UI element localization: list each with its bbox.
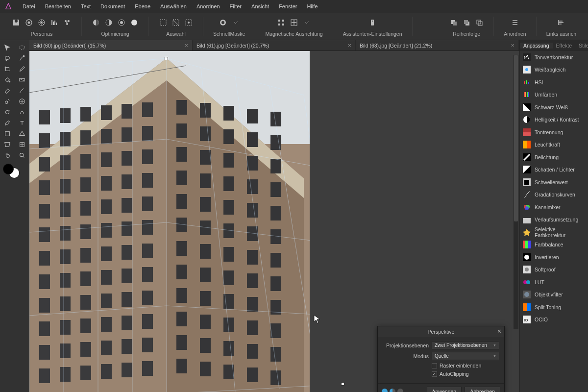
tool-smudge[interactable] <box>15 107 29 118</box>
arrange-icon[interactable] <box>511 18 519 27</box>
persona-photo-icon[interactable] <box>12 18 21 27</box>
perspective-handle[interactable] <box>165 57 168 60</box>
adjustment-softproof[interactable]: Softproof <box>520 264 588 276</box>
menu-anordnen[interactable]: Anordnen <box>192 3 225 9</box>
adjustment-channel[interactable]: Kanalmixer <box>520 201 588 214</box>
tool-dodge[interactable] <box>0 107 15 118</box>
tool-marquee-ellipse[interactable] <box>15 42 29 53</box>
apply-button[interactable]: Anwenden <box>427 387 462 392</box>
adjustment-levels[interactable]: Tonwertkorrektur <box>520 51 588 64</box>
adjustment-lensfilter[interactable]: Objektivfilter <box>520 289 588 301</box>
menu-dokument[interactable]: Dokument <box>96 3 130 9</box>
document-tab[interactable]: Bild (60).jpg [Geändert] (15.7%)× <box>29 40 193 50</box>
adjustment-recolor[interactable]: Umfärben <box>520 89 588 101</box>
adjustment-colorbal[interactable]: Farbbalance <box>520 239 588 251</box>
order-b-icon[interactable] <box>462 18 471 27</box>
tool-hand[interactable] <box>0 150 15 161</box>
assist-icon[interactable] <box>368 18 377 27</box>
adjustment-ocio[interactable]: IOOCIO <box>520 314 588 326</box>
sel-b-icon[interactable] <box>172 18 180 27</box>
menu-text[interactable]: Text <box>76 3 96 9</box>
autoclip-checkbox[interactable]: ✓AutoClipping <box>432 371 499 377</box>
canvas-scrollbar[interactable] <box>514 55 518 329</box>
order-c-icon[interactable] <box>475 18 484 27</box>
opt-a-icon[interactable] <box>92 18 100 27</box>
dialog-titlebar[interactable]: Perspektive × <box>378 326 504 337</box>
tool-mesh[interactable] <box>15 128 29 139</box>
tool-paint[interactable] <box>15 85 29 96</box>
menu-auswählen[interactable]: Auswählen <box>155 3 192 9</box>
tool-gradient[interactable] <box>15 74 29 85</box>
tool-pen[interactable] <box>0 118 15 128</box>
persona-tone-icon[interactable] <box>50 18 59 27</box>
adjustment-wb[interactable]: Weißabgleich <box>520 64 588 76</box>
tool-heal[interactable] <box>15 96 29 107</box>
perspective-handle[interactable] <box>341 382 344 386</box>
opt-b-icon[interactable] <box>104 18 113 27</box>
drop-icon[interactable] <box>302 18 311 27</box>
document-tab[interactable]: Bild (63).jpg [Geändert] (21.2%)× <box>356 40 519 50</box>
adjustment-gradmap[interactable]: Verlaufsumsetzung <box>520 214 588 226</box>
menu-bearbeiten[interactable]: Bearbeiten <box>40 3 76 9</box>
adjustment-exposure[interactable]: Belichtung <box>520 151 588 164</box>
color-swatches[interactable] <box>0 161 29 177</box>
panel-tab-effekte[interactable]: Effekte <box>553 43 576 49</box>
tool-crop[interactable] <box>0 64 15 74</box>
mask-icon[interactable] <box>219 18 227 27</box>
opt-d-icon[interactable] <box>130 18 139 27</box>
document-tab[interactable]: Bild (61).jpg [Geändert] (20.7%)× <box>193 40 356 50</box>
adjustment-hsl[interactable]: HSL <box>520 76 588 89</box>
panel-tab-stile[interactable]: Stile <box>575 43 588 49</box>
menu-ansicht[interactable]: Ansicht <box>246 3 274 9</box>
tool-brush-select[interactable] <box>15 53 29 64</box>
adjustment-bw[interactable]: Schwarz-Weiß <box>520 101 588 114</box>
order-a-icon[interactable] <box>449 18 458 27</box>
tool-flood[interactable] <box>0 74 15 85</box>
menu-fenster[interactable]: Fenster <box>274 3 302 9</box>
tool-liquify[interactable] <box>15 139 29 150</box>
sel-a-icon[interactable] <box>159 18 168 27</box>
snap-a-icon[interactable] <box>277 18 286 27</box>
adjustment-splittone[interactable]: Split Toning <box>520 301 588 314</box>
snap-b-icon[interactable] <box>290 18 298 27</box>
persona-develop-icon[interactable] <box>37 18 46 27</box>
projection-planes-select[interactable]: Zwei Projektionsebenen▼ <box>432 341 499 349</box>
before-after-toggle[interactable] <box>382 389 403 392</box>
drop-icon[interactable] <box>231 18 240 27</box>
adjustment-lut[interactable]: LUT <box>520 276 588 289</box>
menu-filter[interactable]: Filter <box>225 3 246 9</box>
close-icon[interactable]: × <box>497 327 501 335</box>
adjustment-invert[interactable]: Invertieren <box>520 251 588 264</box>
menu-datei[interactable]: Datei <box>18 3 40 9</box>
adjustment-threshold[interactable]: Schwellenwert <box>520 176 588 189</box>
persona-export-icon[interactable] <box>63 18 72 27</box>
close-icon[interactable]: × <box>184 42 188 49</box>
close-icon[interactable]: × <box>511 42 514 49</box>
adjustment-vibrance[interactable]: Leuchtkraft <box>520 139 588 151</box>
adjustment-bc[interactable]: Helligkeit / Kontrast <box>520 114 588 126</box>
align-icon[interactable] <box>557 18 565 27</box>
tool-lasso[interactable] <box>0 53 15 64</box>
opt-c-icon[interactable] <box>117 18 126 27</box>
adjustment-curves[interactable]: Gradationskurven <box>520 189 588 201</box>
tool-zoom[interactable] <box>15 150 29 161</box>
show-grid-checkbox[interactable]: Raster einblenden <box>432 363 499 368</box>
tool-perspective[interactable] <box>0 139 15 150</box>
tool-shape[interactable] <box>0 128 15 139</box>
mode-select[interactable]: Quelle▼ <box>432 352 499 360</box>
close-icon[interactable]: × <box>347 42 351 49</box>
perspective-grid[interactable] <box>29 51 310 392</box>
sel-c-icon[interactable] <box>184 18 193 27</box>
tool-eraser[interactable] <box>0 85 15 96</box>
adjustment-sh[interactable]: Schatten / Lichter <box>520 164 588 176</box>
tool-text[interactable] <box>15 118 29 128</box>
panel-tab-anpassung[interactable]: Anpassung <box>520 43 553 49</box>
adjustment-posterize[interactable]: Tontrennung <box>520 126 588 139</box>
tool-eyedrop[interactable] <box>15 64 29 74</box>
persona-liquefy-icon[interactable] <box>24 18 33 27</box>
menu-hilfe[interactable]: Hilfe <box>302 3 322 9</box>
tool-clone[interactable] <box>0 96 15 107</box>
cancel-button[interactable]: Abbrechen <box>465 387 500 392</box>
tool-move[interactable] <box>0 42 15 53</box>
menu-ebene[interactable]: Ebene <box>130 3 155 9</box>
